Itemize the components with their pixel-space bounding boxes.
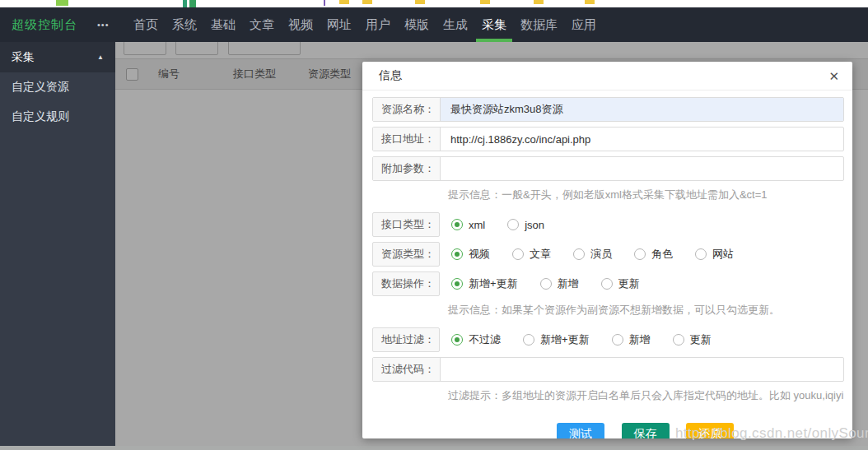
extra-params-input[interactable] <box>441 157 843 180</box>
radio-icon <box>634 248 646 260</box>
nav-item-home[interactable]: 首页 <box>133 7 158 42</box>
filter-hint-text: 过滤提示：多组地址的资源开启白名单后只会入库指定代码的地址。比如 youku,i… <box>448 389 844 402</box>
bottom-strip <box>0 446 868 450</box>
radio-label: 新增 <box>629 332 651 347</box>
collapse-arrow-icon: ▲ <box>97 53 104 61</box>
nav-item-collect[interactable]: 采集 <box>482 7 506 42</box>
nav-item-basic[interactable]: 基础 <box>211 7 236 42</box>
radio-label: 新增+更新 <box>540 332 590 347</box>
nav-item-template[interactable]: 模版 <box>404 7 429 42</box>
radio-article[interactable]: 文章 <box>512 247 551 262</box>
radio-xml[interactable]: xml <box>451 219 485 231</box>
radio-website[interactable]: 网站 <box>695 247 734 262</box>
field-row-api-url: 接口地址： <box>372 127 844 151</box>
favicon-sliver <box>585 0 595 4</box>
field-label: 资源名称： <box>373 98 441 121</box>
field-label: 资源类型： <box>372 242 440 267</box>
field-row-extra-params: 附加参数： <box>372 156 844 181</box>
test-button[interactable]: 测试 <box>557 423 604 438</box>
sidebar-section-label: 采集 <box>12 50 35 65</box>
radio-role[interactable]: 角色 <box>634 247 673 262</box>
favicon-sliver <box>362 0 372 4</box>
sidebar: 采集 ▲ 自定义资源 自定义规则 <box>0 42 115 450</box>
favicon-sliver <box>56 0 68 6</box>
nav-item-database[interactable]: 数据库 <box>520 7 558 42</box>
radio-icon <box>451 278 463 290</box>
operation-hint-text: 提示信息：如果某个资源作为副资源不想新增数据，可以只勾选更新。 <box>448 304 844 317</box>
modal-header: 信息 ✕ <box>362 62 852 90</box>
radio-icon <box>523 334 534 346</box>
browser-bookmarks-strip <box>0 0 868 7</box>
favicon-sliver <box>189 0 196 7</box>
radio-add-update[interactable]: 新增+更新 <box>451 276 518 291</box>
field-label: 过滤代码： <box>373 358 441 381</box>
field-label: 接口类型： <box>372 212 440 237</box>
field-label: 数据操作： <box>372 271 440 296</box>
nav-item-url[interactable]: 网址 <box>327 7 352 42</box>
radio-icon <box>540 278 552 290</box>
radio-label: 新增 <box>558 276 579 291</box>
radio-filter-add-update[interactable]: 新增+更新 <box>523 332 590 347</box>
field-row-resource-type: 资源类型： 视频 文章 演员 角色 网站 <box>372 242 844 267</box>
favicon-sliver <box>415 0 425 4</box>
radio-group-address-filter: 不过滤 新增+更新 新增 更新 <box>451 332 734 347</box>
radio-filter-add[interactable]: 新增 <box>612 332 651 347</box>
radio-no-filter[interactable]: 不过滤 <box>451 332 501 347</box>
radio-update[interactable]: 更新 <box>601 276 640 291</box>
main-menu: 首页 系统 基础 文章 视频 网址 用户 模版 生成 采集 数据库 应用 <box>133 7 596 42</box>
radio-icon <box>451 219 463 230</box>
radio-label: 网站 <box>712 247 734 262</box>
radio-label: 新增+更新 <box>469 276 518 291</box>
api-url-input[interactable] <box>441 128 843 151</box>
nav-item-user[interactable]: 用户 <box>366 7 390 42</box>
radio-icon <box>673 334 684 346</box>
radio-icon <box>601 278 613 290</box>
field-label: 地址过滤： <box>372 327 440 352</box>
save-button[interactable]: 保存 <box>622 423 670 438</box>
field-row-address-filter: 地址过滤： 不过滤 新增+更新 新增 更新 <box>372 327 844 352</box>
favicon-sliver <box>339 0 349 4</box>
radio-label: 演员 <box>590 247 612 262</box>
favicon-sliver <box>183 0 187 7</box>
resource-name-input[interactable] <box>441 98 843 121</box>
nav-item-system[interactable]: 系统 <box>172 7 197 42</box>
radio-add[interactable]: 新增 <box>540 276 579 291</box>
watermark: https://blog.csdn.net/onlySound <box>675 425 868 442</box>
radio-label: json <box>525 219 544 231</box>
radio-icon <box>573 248 585 260</box>
close-icon[interactable]: ✕ <box>828 70 839 82</box>
radio-icon <box>512 248 524 260</box>
sidebar-section-collect[interactable]: 采集 ▲ <box>0 42 115 72</box>
app-logo: 超级控制台 <box>12 17 97 33</box>
nav-item-article[interactable]: 文章 <box>250 7 274 42</box>
favicon-sliver <box>324 0 325 6</box>
favicon-sliver <box>480 0 490 4</box>
radio-icon <box>507 219 519 230</box>
filter-code-input[interactable] <box>441 358 843 381</box>
sidebar-item-custom-rule[interactable]: 自定义规则 <box>0 102 115 132</box>
radio-group-interface-type: xml json <box>451 219 567 231</box>
nav-item-generate[interactable]: 生成 <box>443 7 468 42</box>
radio-json[interactable]: json <box>507 219 544 231</box>
radio-label: 更新 <box>690 332 712 347</box>
field-label: 附加参数： <box>373 157 441 180</box>
field-row-filter-code: 过滤代码： <box>372 357 844 382</box>
radio-group-resource-type: 视频 文章 演员 角色 网站 <box>451 247 756 262</box>
field-row-interface-type: 接口类型： xml json <box>372 212 844 237</box>
radio-icon <box>451 248 463 260</box>
more-menu-icon[interactable]: ••• <box>97 20 122 30</box>
field-row-resource-name: 资源名称： <box>372 97 844 122</box>
params-hint-text: 提示信息：一般&开头，例如老版xml格式采集下载地址需加入&ct=1 <box>448 188 844 202</box>
radio-label: 角色 <box>651 247 673 262</box>
radio-icon <box>612 334 623 346</box>
field-label: 接口地址： <box>373 128 441 151</box>
nav-item-video[interactable]: 视频 <box>288 7 313 42</box>
radio-video[interactable]: 视频 <box>451 247 490 262</box>
radio-label: 更新 <box>618 276 640 291</box>
radio-filter-update[interactable]: 更新 <box>673 332 712 347</box>
sidebar-item-custom-resource[interactable]: 自定义资源 <box>0 72 115 102</box>
nav-item-app[interactable]: 应用 <box>572 7 596 42</box>
radio-label: 文章 <box>530 247 551 262</box>
modal-title: 信息 <box>379 68 402 83</box>
radio-actor[interactable]: 演员 <box>573 247 612 262</box>
